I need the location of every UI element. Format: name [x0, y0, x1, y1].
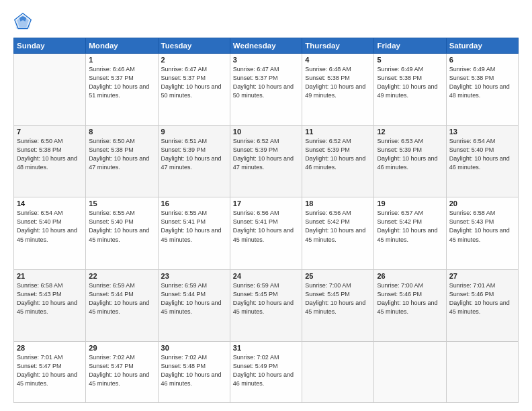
calendar-header-row: SundayMondayTuesdayWednesdayThursdayFrid… [14, 38, 519, 54]
day-number: 26 [377, 272, 443, 280]
day-info: Sunrise: 7:01 AMSunset: 5:46 PMDaylight:… [449, 281, 515, 316]
day-info: Sunrise: 6:58 AMSunset: 5:43 PMDaylight:… [17, 281, 83, 316]
day-number: 29 [89, 344, 154, 352]
day-number: 6 [449, 56, 515, 64]
day-number: 17 [233, 199, 299, 208]
day-number: 8 [89, 128, 154, 136]
day-number: 20 [449, 199, 515, 208]
weekday-header: Friday [374, 38, 446, 54]
day-info: Sunrise: 7:02 AMSunset: 5:49 PMDaylight:… [233, 353, 299, 388]
day-info: Sunrise: 6:50 AMSunset: 5:38 PMDaylight:… [89, 137, 154, 172]
day-info: Sunrise: 6:57 AMSunset: 5:42 PMDaylight:… [377, 209, 443, 244]
day-info: Sunrise: 6:47 AMSunset: 5:37 PMDaylight:… [161, 65, 227, 100]
calendar-table: SundayMondayTuesdayWednesdayThursdayFrid… [13, 38, 519, 403]
calendar-cell: 2Sunrise: 6:47 AMSunset: 5:37 PMDaylight… [158, 54, 230, 126]
day-info: Sunrise: 7:02 AMSunset: 5:47 PMDaylight:… [89, 353, 154, 388]
calendar-cell: 30Sunrise: 7:02 AMSunset: 5:48 PMDayligh… [158, 341, 230, 402]
calendar-cell: 23Sunrise: 6:59 AMSunset: 5:44 PMDayligh… [158, 269, 230, 341]
day-info: Sunrise: 7:00 AMSunset: 5:45 PMDaylight:… [305, 281, 371, 316]
day-info: Sunrise: 6:56 AMSunset: 5:42 PMDaylight:… [305, 209, 371, 244]
calendar-cell: 16Sunrise: 6:55 AMSunset: 5:41 PMDayligh… [158, 197, 230, 269]
calendar-cell: 10Sunrise: 6:52 AMSunset: 5:39 PMDayligh… [230, 126, 302, 197]
weekday-header: Wednesday [230, 38, 302, 54]
calendar-cell: 28Sunrise: 7:01 AMSunset: 5:47 PMDayligh… [14, 341, 86, 402]
day-info: Sunrise: 6:48 AMSunset: 5:38 PMDaylight:… [305, 65, 371, 100]
header [13, 12, 519, 31]
day-number: 14 [17, 199, 83, 208]
day-number: 27 [449, 272, 515, 280]
day-number: 10 [233, 128, 299, 136]
calendar-cell: 19Sunrise: 6:57 AMSunset: 5:42 PMDayligh… [374, 197, 446, 269]
calendar-cell: 9Sunrise: 6:51 AMSunset: 5:39 PMDaylight… [158, 126, 230, 197]
day-info: Sunrise: 6:54 AMSunset: 5:40 PMDaylight:… [17, 209, 83, 244]
calendar-cell: 8Sunrise: 6:50 AMSunset: 5:38 PMDaylight… [86, 126, 158, 197]
calendar-cell: 26Sunrise: 7:00 AMSunset: 5:46 PMDayligh… [374, 269, 446, 341]
day-number: 9 [161, 128, 227, 136]
day-number: 15 [89, 199, 154, 208]
day-number: 11 [305, 128, 371, 136]
day-number: 13 [449, 128, 515, 136]
day-info: Sunrise: 6:47 AMSunset: 5:37 PMDaylight:… [233, 65, 299, 100]
day-info: Sunrise: 7:00 AMSunset: 5:46 PMDaylight:… [377, 281, 443, 316]
calendar-cell: 22Sunrise: 6:59 AMSunset: 5:44 PMDayligh… [86, 269, 158, 341]
calendar-cell: 15Sunrise: 6:55 AMSunset: 5:40 PMDayligh… [86, 197, 158, 269]
day-number: 12 [377, 128, 443, 136]
day-info: Sunrise: 6:51 AMSunset: 5:39 PMDaylight:… [161, 137, 227, 172]
day-info: Sunrise: 6:59 AMSunset: 5:45 PMDaylight:… [233, 281, 299, 316]
page: SundayMondayTuesdayWednesdayThursdayFrid… [0, 0, 532, 411]
logo [13, 12, 35, 31]
day-info: Sunrise: 6:56 AMSunset: 5:41 PMDaylight:… [233, 209, 299, 244]
day-info: Sunrise: 6:46 AMSunset: 5:37 PMDaylight:… [89, 65, 154, 100]
calendar-cell: 5Sunrise: 6:49 AMSunset: 5:38 PMDaylight… [374, 54, 446, 126]
day-number: 22 [89, 272, 154, 280]
day-number: 16 [161, 199, 227, 208]
day-number: 3 [233, 56, 299, 64]
day-info: Sunrise: 6:55 AMSunset: 5:41 PMDaylight:… [161, 209, 227, 244]
day-info: Sunrise: 6:59 AMSunset: 5:44 PMDaylight:… [161, 281, 227, 316]
calendar-cell: 12Sunrise: 6:53 AMSunset: 5:39 PMDayligh… [374, 126, 446, 197]
day-number: 30 [161, 344, 227, 352]
weekday-header: Monday [86, 38, 158, 54]
calendar-cell: 3Sunrise: 6:47 AMSunset: 5:37 PMDaylight… [230, 54, 302, 126]
calendar-cell: 1Sunrise: 6:46 AMSunset: 5:37 PMDaylight… [86, 54, 158, 126]
day-info: Sunrise: 7:01 AMSunset: 5:47 PMDaylight:… [17, 353, 83, 388]
day-info: Sunrise: 6:54 AMSunset: 5:40 PMDaylight:… [449, 137, 515, 172]
day-number: 21 [17, 272, 83, 280]
day-number: 31 [233, 344, 299, 352]
calendar-cell [374, 341, 446, 402]
calendar-cell [446, 341, 518, 402]
calendar-cell: 27Sunrise: 7:01 AMSunset: 5:46 PMDayligh… [446, 269, 518, 341]
day-number: 24 [233, 272, 299, 280]
calendar-cell: 11Sunrise: 6:52 AMSunset: 5:39 PMDayligh… [302, 126, 374, 197]
day-info: Sunrise: 6:55 AMSunset: 5:40 PMDaylight:… [89, 209, 154, 244]
calendar-cell: 29Sunrise: 7:02 AMSunset: 5:47 PMDayligh… [86, 341, 158, 402]
day-number: 18 [305, 199, 371, 208]
calendar-cell: 31Sunrise: 7:02 AMSunset: 5:49 PMDayligh… [230, 341, 302, 402]
day-number: 23 [161, 272, 227, 280]
day-info: Sunrise: 6:49 AMSunset: 5:38 PMDaylight:… [449, 65, 515, 100]
day-info: Sunrise: 6:58 AMSunset: 5:43 PMDaylight:… [449, 209, 515, 244]
calendar-cell: 14Sunrise: 6:54 AMSunset: 5:40 PMDayligh… [14, 197, 86, 269]
day-number: 19 [377, 199, 443, 208]
day-number: 1 [89, 56, 154, 64]
calendar-cell: 24Sunrise: 6:59 AMSunset: 5:45 PMDayligh… [230, 269, 302, 341]
calendar-week-row: 7Sunrise: 6:50 AMSunset: 5:38 PMDaylight… [14, 126, 519, 197]
calendar-cell: 18Sunrise: 6:56 AMSunset: 5:42 PMDayligh… [302, 197, 374, 269]
weekday-header: Tuesday [158, 38, 230, 54]
day-info: Sunrise: 6:50 AMSunset: 5:38 PMDaylight:… [17, 137, 83, 172]
calendar-cell: 6Sunrise: 6:49 AMSunset: 5:38 PMDaylight… [446, 54, 518, 126]
weekday-header: Saturday [446, 38, 518, 54]
calendar-cell [14, 54, 86, 126]
day-number: 25 [305, 272, 371, 280]
day-number: 5 [377, 56, 443, 64]
weekday-header: Sunday [14, 38, 86, 54]
calendar-cell: 20Sunrise: 6:58 AMSunset: 5:43 PMDayligh… [446, 197, 518, 269]
day-info: Sunrise: 6:53 AMSunset: 5:39 PMDaylight:… [377, 137, 443, 172]
day-info: Sunrise: 6:52 AMSunset: 5:39 PMDaylight:… [233, 137, 299, 172]
day-info: Sunrise: 7:02 AMSunset: 5:48 PMDaylight:… [161, 353, 227, 388]
calendar-cell: 25Sunrise: 7:00 AMSunset: 5:45 PMDayligh… [302, 269, 374, 341]
calendar-cell: 13Sunrise: 6:54 AMSunset: 5:40 PMDayligh… [446, 126, 518, 197]
calendar-week-row: 28Sunrise: 7:01 AMSunset: 5:47 PMDayligh… [14, 341, 519, 402]
logo-icon [13, 12, 32, 31]
day-info: Sunrise: 6:49 AMSunset: 5:38 PMDaylight:… [377, 65, 443, 100]
